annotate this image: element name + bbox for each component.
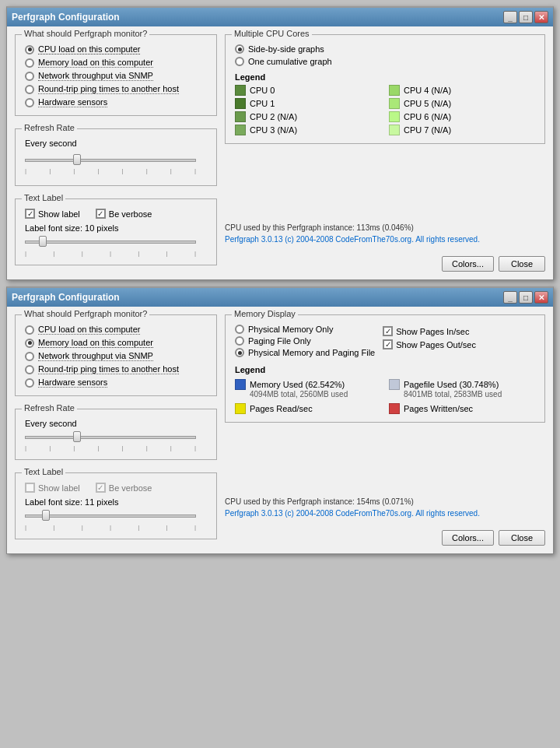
show-pages-in-box[interactable] — [383, 326, 393, 336]
be-verbose-checkbox-2[interactable]: Be verbose — [96, 483, 152, 493]
memory-section: Memory Display Physical Memory Only Pagi… — [225, 314, 545, 423]
radio-1-1[interactable] — [25, 58, 34, 68]
refresh-label-1: Refresh Rate — [22, 123, 77, 132]
legend-item-3: CPU 3 (N/A) — [235, 125, 381, 135]
radio-2-4[interactable] — [25, 378, 34, 388]
monitor-option-label-1-4: Hardware sensors — [38, 97, 107, 107]
legend-item-6: CPU 6 (N/A) — [389, 111, 535, 122]
memory-legend-item-1: Pagefile Used (30.748%) 8401MB total, 25… — [389, 379, 535, 399]
cpu-cores-radio-1[interactable] — [235, 57, 244, 66]
window2-right: Memory Display Physical Memory Only Pagi… — [225, 314, 545, 546]
legend-label-0: CPU 0 — [250, 86, 275, 95]
be-verbose-checkbox-1[interactable]: Be verbose — [96, 209, 152, 219]
close-button-w2[interactable]: Close — [499, 530, 545, 546]
refresh-sub-1: Every second — [25, 139, 207, 148]
maximize-button-1[interactable]: □ — [519, 11, 533, 23]
memory-option-2[interactable]: Physical Memory and Paging File — [235, 348, 375, 357]
title-bar-buttons-2: _ □ ✕ — [503, 291, 548, 304]
monitor-option-label-1-0: CPU load on this computer — [38, 44, 140, 54]
cpu-cores-option-0[interactable]: Side-by-side graphs — [235, 44, 535, 54]
memory-radio-1[interactable] — [235, 336, 244, 346]
colors-button-1[interactable]: Colors... — [442, 256, 494, 272]
radio-1-2[interactable] — [25, 72, 34, 81]
textlabel-section-2: Text Label Show label Be verbose Label f… — [15, 472, 217, 539]
close-button-1[interactable]: ✕ — [534, 11, 548, 23]
legend-label-1b: CPU 1 — [250, 99, 275, 108]
memory-option-1[interactable]: Paging File Only — [235, 336, 375, 346]
monitor-options-2: CPU load on this computer Memory load on… — [25, 321, 207, 388]
monitor-option-2-3[interactable]: Round-trip ping times to another host — [25, 364, 207, 374]
close-button-2[interactable]: ✕ — [534, 291, 548, 304]
monitor-option-2-2[interactable]: Network throughput via SNMP — [25, 351, 207, 361]
memory-legend-color-1 — [389, 379, 400, 390]
radio-2-2[interactable] — [25, 352, 34, 361]
memory-radio-2[interactable] — [235, 348, 244, 357]
radio-2-3[interactable] — [25, 365, 34, 374]
radio-1-4[interactable] — [25, 98, 34, 107]
textlabel-section-1: Text Label Show label Be verbose Label f… — [15, 198, 217, 265]
refresh-section-1: Refresh Rate Every second |||||||| — [15, 128, 217, 186]
radio-2-1[interactable] — [25, 339, 34, 348]
show-label-checkbox-1[interactable]: Show label — [25, 209, 80, 219]
refresh-label-2: Refresh Rate — [22, 403, 77, 413]
radio-2-0[interactable] — [25, 325, 34, 335]
legend-color-0 — [235, 85, 246, 96]
monitor-option-1-3[interactable]: Round-trip ping times to another host — [25, 84, 207, 94]
radio-1-3[interactable] — [25, 85, 34, 94]
legend-color-1 — [235, 98, 246, 109]
monitor-option-label-2-4: Hardware sensors — [38, 378, 107, 388]
window2-layout: What should Perfgraph monitor? CPU load … — [15, 314, 545, 546]
monitor-option-1-0[interactable]: CPU load on this computer — [25, 44, 207, 54]
window2-body: What should Perfgraph monitor? CPU load … — [7, 307, 553, 553]
cpu-info-1: CPU used by this Perfgraph instance: 113… — [225, 222, 480, 234]
slider2-thumb-2[interactable] — [42, 510, 50, 521]
legend-label-2: Legend — [235, 365, 535, 374]
legend-label-4: CPU 4 (N/A) — [404, 86, 451, 95]
show-pages-out-box[interactable] — [383, 339, 393, 349]
legend-color-7 — [389, 125, 400, 135]
legend-color-3 — [235, 125, 246, 135]
be-verbose-box-2[interactable] — [96, 483, 106, 493]
show-pages-in-checkbox[interactable]: Show Pages In/sec — [383, 326, 476, 336]
memory-legend-label-0: Memory Used (62.542%) — [250, 380, 345, 389]
monitor-options-1: CPU load on this computer Memory load on… — [25, 41, 207, 107]
monitor-option-2-4[interactable]: Hardware sensors — [25, 378, 207, 388]
show-label-checkbox-2[interactable]: Show label — [25, 483, 80, 493]
window2-title: Perfgraph Configuration — [12, 292, 120, 303]
memory-option-0[interactable]: Physical Memory Only — [235, 325, 375, 334]
cpu-cores-options: Side-by-side graphs One cumulative graph — [235, 44, 535, 66]
cpu-cores-radio-0[interactable] — [235, 44, 244, 54]
memory-radio-0[interactable] — [235, 325, 244, 334]
legend-item-0: CPU 0 — [235, 85, 381, 96]
close-button-w1[interactable]: Close — [499, 256, 545, 272]
cpu-cores-option-1[interactable]: One cumulative graph — [235, 57, 535, 66]
monitor-option-label-2-0: CPU load on this computer — [38, 325, 140, 335]
show-pages-out-checkbox[interactable]: Show Pages Out/sec — [383, 339, 476, 349]
colors-button-2[interactable]: Colors... — [442, 530, 494, 546]
be-verbose-text-2: Be verbose — [109, 483, 152, 493]
show-label-box-1[interactable] — [25, 209, 35, 219]
monitor-option-2-1[interactable]: Memory load on this computer — [25, 338, 207, 348]
monitor-option-label-1-2: Network throughput via SNMP — [38, 71, 153, 81]
radio-1-0[interactable] — [25, 45, 34, 54]
slider1-thumb-1[interactable] — [73, 154, 81, 165]
legend-item-5: CPU 5 (N/A) — [389, 98, 535, 109]
memory-title: Memory Display — [232, 309, 298, 318]
be-verbose-box-1[interactable] — [96, 209, 106, 219]
show-label-box-2[interactable] — [25, 483, 35, 493]
minimize-button-1[interactable]: _ — [503, 11, 517, 23]
monitor-option-2-0[interactable]: CPU load on this computer — [25, 325, 207, 335]
monitor-option-1-2[interactable]: Network throughput via SNMP — [25, 71, 207, 81]
slider2-thumb-1[interactable] — [39, 236, 47, 247]
memory-legend-sub-1: 8401MB total, 2583MB used — [404, 390, 535, 399]
window2-bottom: CPU used by this Perfgraph instance: 154… — [225, 496, 545, 519]
slider1-thumb-2[interactable] — [73, 431, 81, 442]
be-verbose-text-1: Be verbose — [109, 209, 152, 219]
legend-label-1: Legend — [235, 72, 535, 82]
minimize-button-2[interactable]: _ — [503, 291, 517, 304]
show-pages-in-label: Show Pages In/sec — [396, 327, 469, 336]
memory-legend-item-0: Memory Used (62.542%) 4094MB total, 2560… — [235, 379, 381, 399]
maximize-button-2[interactable]: □ — [519, 291, 533, 304]
monitor-option-1-4[interactable]: Hardware sensors — [25, 97, 207, 107]
monitor-option-1-1[interactable]: Memory load on this computer — [25, 58, 207, 68]
